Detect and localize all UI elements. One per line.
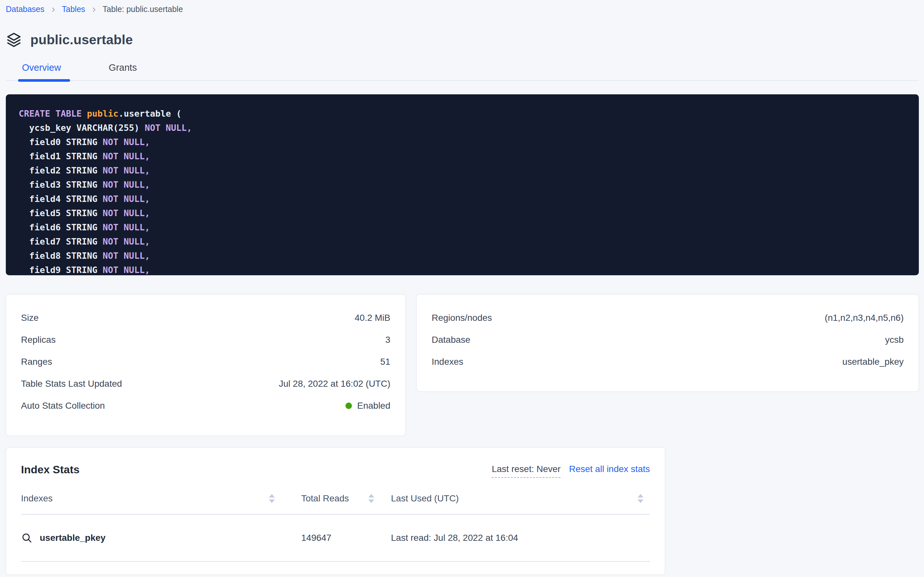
sql-code-line: CREATE TABLE public.usertable ( xyxy=(19,106,909,121)
detail-row: Regions/nodes(n1,n2,n3,n4,n5,n6) xyxy=(417,307,919,329)
tab-overview[interactable]: Overview xyxy=(22,62,61,80)
detail-label: Replicas xyxy=(21,335,56,345)
page-title: public.usertable xyxy=(31,32,133,47)
deployment-details-rows: Regions/nodes(n1,n2,n3,n4,n5,n6)Database… xyxy=(417,307,919,373)
sql-code: CREATE TABLE public.usertable ( ycsb_key… xyxy=(19,106,909,275)
detail-row: Ranges51 xyxy=(6,351,405,373)
detail-value: usertable_pkey xyxy=(842,357,904,367)
column-header-last-used-utc-[interactable]: Last Used (UTC) xyxy=(382,493,650,504)
index-name-cell[interactable]: usertable_pkey xyxy=(21,532,286,544)
create-table-statement: CREATE TABLE public.usertable ( ycsb_key… xyxy=(6,94,919,275)
index-stats-actions: Last reset: Never Reset all index stats xyxy=(492,464,650,478)
sql-code-line: field6 STRING NOT NULL, xyxy=(19,220,909,235)
breadcrumb-link-tables[interactable]: Tables xyxy=(62,5,85,14)
breadcrumb: Databases Tables Table: public.usertable xyxy=(6,4,919,14)
summary-cards: Size40.2 MiBReplicas3Ranges51Table Stats… xyxy=(6,294,919,436)
layers-icon xyxy=(6,32,22,48)
sql-code-line: field1 STRING NOT NULL, xyxy=(19,149,909,163)
reset-index-stats-link[interactable]: Reset all index stats xyxy=(569,464,650,474)
sql-code-line: field9 STRING NOT NULL, xyxy=(19,263,909,275)
chevron-right-icon xyxy=(90,6,98,13)
search-icon xyxy=(21,532,33,544)
detail-label: Size xyxy=(21,313,39,323)
sql-code-line: field4 STRING NOT NULL, xyxy=(19,192,909,206)
sql-code-line: field5 STRING NOT NULL, xyxy=(19,206,909,220)
sort-icon[interactable] xyxy=(269,494,275,503)
table-row[interactable]: usertable_pkey149647Last read: Jul 28, 2… xyxy=(21,515,650,562)
detail-label: Regions/nodes xyxy=(432,313,492,323)
column-header-label: Last Used (UTC) xyxy=(391,493,459,504)
detail-label: Auto Stats Collection xyxy=(21,401,105,411)
detail-row: Auto Stats CollectionEnabled xyxy=(6,395,405,417)
index-stats-header: Index Stats Last reset: Never Reset all … xyxy=(21,463,650,478)
breadcrumb-link-databases[interactable]: Databases xyxy=(6,5,45,14)
index-stats-table-header: IndexesTotal ReadsLast Used (UTC) xyxy=(21,493,650,515)
detail-row: Replicas3 xyxy=(6,329,405,351)
index-stats-table-body: usertable_pkey149647Last read: Jul 28, 2… xyxy=(21,515,650,562)
detail-value: Enabled xyxy=(345,401,390,411)
breadcrumb-current: Table: public.usertable xyxy=(103,5,183,14)
last-reset-label: Last reset: Never xyxy=(492,464,561,478)
page-header: public.usertable xyxy=(6,28,919,52)
sql-code-line: field7 STRING NOT NULL, xyxy=(19,235,909,249)
table-details-card: Size40.2 MiBReplicas3Ranges51Table Stats… xyxy=(6,294,405,436)
tab-bar: Overview Grants xyxy=(6,62,919,81)
column-header-label: Total Reads xyxy=(301,493,349,504)
sql-code-line: field0 STRING NOT NULL, xyxy=(19,135,909,149)
sql-code-line: field8 STRING NOT NULL, xyxy=(19,249,909,263)
index-stats-title: Index Stats xyxy=(21,463,79,476)
sql-code-line: field3 STRING NOT NULL, xyxy=(19,178,909,192)
detail-row: Table Stats Last UpdatedJul 28, 2022 at … xyxy=(6,373,405,395)
last-used-cell: Last read: Jul 28, 2022 at 16:04 xyxy=(382,533,650,543)
index-stats-card: Index Stats Last reset: Never Reset all … xyxy=(6,448,665,575)
sort-icon[interactable] xyxy=(638,494,643,503)
index-stats-table: IndexesTotal ReadsLast Used (UTC) userta… xyxy=(21,493,650,562)
detail-value: 3 xyxy=(385,335,390,345)
detail-label: Table Stats Last Updated xyxy=(21,379,122,389)
detail-row: Indexesusertable_pkey xyxy=(417,351,919,373)
column-header-label: Indexes xyxy=(21,493,53,504)
sort-icon[interactable] xyxy=(368,494,374,503)
detail-value: 51 xyxy=(380,357,390,367)
total-reads-cell: 149647 xyxy=(286,533,382,543)
detail-label: Database xyxy=(432,335,471,345)
column-header-total-reads[interactable]: Total Reads xyxy=(286,493,382,504)
detail-label: Ranges xyxy=(21,357,52,367)
status-dot xyxy=(345,403,352,409)
detail-value: 40.2 MiB xyxy=(355,313,390,323)
sql-code-line: ycsb_key VARCHAR(255) NOT NULL, xyxy=(19,121,909,135)
deployment-details-card: Regions/nodes(n1,n2,n3,n4,n5,n6)Database… xyxy=(416,294,919,392)
detail-value: (n1,n2,n3,n4,n5,n6) xyxy=(825,313,904,323)
detail-value: ycsb xyxy=(885,335,904,345)
sql-code-line: field2 STRING NOT NULL, xyxy=(19,163,909,178)
chevron-right-icon xyxy=(50,6,57,13)
detail-row: Size40.2 MiB xyxy=(6,307,405,329)
table-details-rows: Size40.2 MiBReplicas3Ranges51Table Stats… xyxy=(6,307,405,417)
column-header-indexes[interactable]: Indexes xyxy=(21,493,286,504)
table-details-page: Databases Tables Table: public.usertable… xyxy=(0,0,924,577)
detail-label: Indexes xyxy=(432,357,463,367)
detail-value: Jul 28, 2022 at 16:02 (UTC) xyxy=(279,379,390,389)
tab-grants[interactable]: Grants xyxy=(109,62,137,80)
index-name: usertable_pkey xyxy=(40,533,106,543)
detail-row: Databaseycsb xyxy=(417,329,919,351)
